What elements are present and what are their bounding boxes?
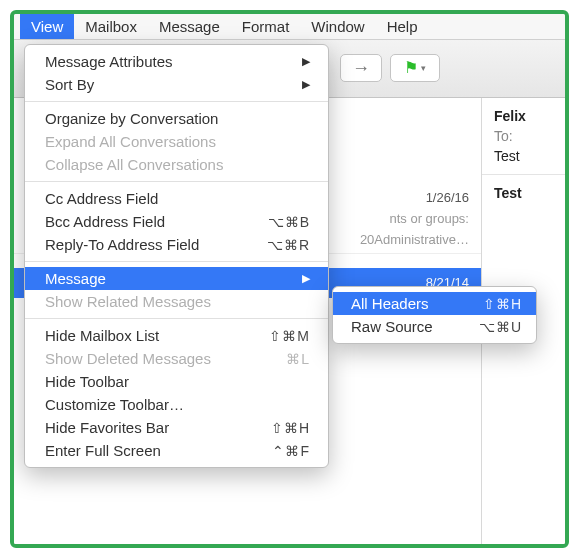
submenu-item-raw-source[interactable]: Raw Source ⌥⌘U [333, 315, 536, 338]
menu-item-label: Raw Source [351, 318, 479, 335]
menu-item-organize-conversation[interactable]: Organize by Conversation [25, 107, 328, 130]
menu-item-label: Hide Favorites Bar [45, 419, 250, 436]
menu-item-expand-all: Expand All Conversations [25, 130, 328, 153]
menu-item-collapse-all: Collapse All Conversations [25, 153, 328, 176]
menu-item-label: Bcc Address Field [45, 213, 250, 230]
menu-item-label: Reply-To Address Field [45, 236, 250, 253]
menu-item-label: All Headers [351, 295, 483, 312]
preview-from: Felix [494, 108, 565, 124]
menu-item-label: Sort By [45, 76, 302, 93]
preview-to-label: To: [494, 128, 565, 144]
menu-item-label: Message Attributes [45, 53, 302, 70]
toolbar-flag-button[interactable]: ⚑ ▾ [390, 54, 440, 82]
menu-item-label: Enter Full Screen [45, 442, 250, 459]
flag-icon: ⚑ [404, 60, 418, 76]
menu-item-sort-by[interactable]: Sort By ▶ [25, 73, 328, 96]
menu-separator [25, 318, 328, 319]
menu-shortcut: ⇧⌘H [483, 296, 522, 312]
preview-subject: Test [494, 148, 565, 164]
menu-item-cc-field[interactable]: Cc Address Field [25, 187, 328, 210]
menu-separator [25, 181, 328, 182]
toolbar-forward-button[interactable]: → [340, 54, 382, 82]
menu-item-customize-toolbar[interactable]: Customize Toolbar… [25, 393, 328, 416]
menu-item-message-attributes[interactable]: Message Attributes ▶ [25, 50, 328, 73]
menu-item-message-submenu[interactable]: Message ▶ [25, 267, 328, 290]
menu-separator [25, 261, 328, 262]
menu-item-show-deleted: Show Deleted Messages ⌘L [25, 347, 328, 370]
menu-item-label: Customize Toolbar… [45, 396, 310, 413]
menu-shortcut: ⌥⌘R [250, 237, 310, 253]
message-snippet: nts or groups: [309, 211, 469, 226]
menu-item-label: Expand All Conversations [45, 133, 310, 150]
menu-help[interactable]: Help [376, 14, 429, 39]
menu-item-label: Collapse All Conversations [45, 156, 310, 173]
menu-item-enter-fullscreen[interactable]: Enter Full Screen ⌃⌘F [25, 439, 328, 462]
arrow-right-icon: → [352, 58, 370, 79]
menu-item-label: Hide Mailbox List [45, 327, 250, 344]
menu-message[interactable]: Message [148, 14, 231, 39]
menu-shortcut: ⌃⌘F [250, 443, 310, 459]
menu-shortcut: ⌥⌘U [479, 319, 522, 335]
chevron-right-icon: ▶ [302, 78, 310, 91]
submenu-item-all-headers[interactable]: All Headers ⇧⌘H [333, 292, 536, 315]
menu-view[interactable]: View [20, 14, 74, 39]
menu-shortcut: ⌥⌘B [250, 214, 310, 230]
menu-separator [25, 101, 328, 102]
menu-item-label: Organize by Conversation [45, 110, 310, 127]
app-frame: View Mailbox Message Format Window Help … [10, 10, 569, 548]
message-submenu: All Headers ⇧⌘H Raw Source ⌥⌘U [332, 286, 537, 344]
menu-item-reply-to-field[interactable]: Reply-To Address Field ⌥⌘R [25, 233, 328, 256]
chevron-right-icon: ▶ [302, 272, 310, 285]
view-dropdown: Message Attributes ▶ Sort By ▶ Organize … [24, 44, 329, 468]
menu-item-label: Show Related Messages [45, 293, 310, 310]
menu-item-label: Hide Toolbar [45, 373, 310, 390]
menu-item-label: Cc Address Field [45, 190, 310, 207]
menu-shortcut: ⇧⌘M [250, 328, 310, 344]
menu-window[interactable]: Window [300, 14, 375, 39]
menu-item-hide-toolbar[interactable]: Hide Toolbar [25, 370, 328, 393]
menu-item-label: Show Deleted Messages [45, 350, 250, 367]
menu-shortcut: ⌘L [250, 351, 310, 367]
preview-divider [482, 174, 565, 175]
menu-item-label: Message [45, 270, 302, 287]
menu-item-bcc-field[interactable]: Bcc Address Field ⌥⌘B [25, 210, 328, 233]
menu-item-show-related: Show Related Messages [25, 290, 328, 313]
preview-subject-2: Test [494, 185, 565, 201]
chevron-right-icon: ▶ [302, 55, 310, 68]
message-snippet: 20Administrative… [309, 232, 469, 247]
menu-item-hide-favorites[interactable]: Hide Favorites Bar ⇧⌘H [25, 416, 328, 439]
menu-format[interactable]: Format [231, 14, 301, 39]
chevron-down-icon: ▾ [421, 63, 426, 73]
menu-shortcut: ⇧⌘H [250, 420, 310, 436]
menubar: View Mailbox Message Format Window Help [14, 14, 565, 40]
menu-mailbox[interactable]: Mailbox [74, 14, 148, 39]
message-date: 1/26/16 [426, 190, 469, 205]
menu-item-hide-mailbox-list[interactable]: Hide Mailbox List ⇧⌘M [25, 324, 328, 347]
